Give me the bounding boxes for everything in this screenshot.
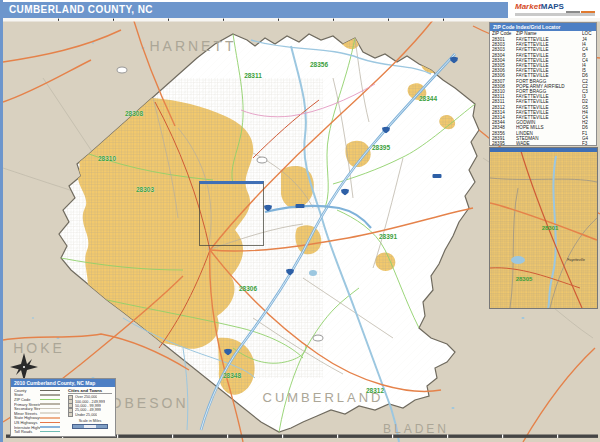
- page-title: CUMBERLAND COUNTY, NC: [9, 4, 153, 15]
- city-class-label: Under 25,000: [75, 413, 97, 417]
- cities-towns-header: Cities and Towns: [68, 388, 112, 394]
- scale-label: Scale in Miles: [68, 419, 112, 423]
- city-class-label: 25,000 - 49,999: [75, 408, 101, 412]
- inset-map-panel: 2830128305Fayetteville: [489, 147, 598, 309]
- scale-segment: [73, 425, 84, 428]
- inset-city-label: Fayetteville: [567, 258, 585, 262]
- table-row: 28395WADEF3: [490, 141, 596, 146]
- city-class-label: Over 250,000: [75, 395, 97, 399]
- legend-line-sample: [40, 426, 60, 428]
- legend-item: Toll Roads: [14, 429, 66, 434]
- legend-line-sample: [40, 408, 60, 410]
- scale-segment: [96, 425, 107, 428]
- marketmaps-logo: MarketMAPS: [509, 0, 599, 18]
- zip-name-cell: WADE: [516, 141, 582, 146]
- scale-bar: [72, 424, 108, 429]
- logo-blocks: [565, 2, 595, 20]
- legend-header: 2010 Cumberland County, NC Map: [11, 379, 115, 387]
- zip-index-panel: ZIP Code Index/Grid Locator ZIP Code ZIP…: [489, 22, 597, 146]
- legend-cities-column: Cities and Towns Over 250,000100,000 - 2…: [66, 388, 112, 434]
- city-classes: Over 250,000100,000 - 249,99950,000 - 99…: [68, 395, 112, 417]
- logo-text: MarketMAPS: [515, 2, 564, 11]
- zip-code-cell: 28395: [492, 141, 516, 146]
- legend-panel: 2010 Cumberland County, NC Map CountySta…: [10, 378, 116, 437]
- title-bar: CUMBERLAND COUNTY, NC: [3, 2, 508, 18]
- legend-line-sample: [40, 399, 60, 401]
- city-class-label: 100,000 - 249,999: [75, 400, 105, 404]
- logo-tagline-bar: [515, 13, 595, 16]
- inset-zip-label: 28305: [516, 276, 533, 282]
- logo-suffix: MAPS: [541, 2, 564, 11]
- zip-index-header: ZIP Code Index/Grid Locator: [490, 23, 596, 31]
- legend-line-sample: [40, 403, 60, 405]
- inset-extent-rectangle: [199, 181, 264, 246]
- city-class-label: 50,000 - 99,999: [75, 404, 101, 408]
- legend-line-sample: [40, 431, 60, 433]
- legend-line-sample: [40, 417, 60, 419]
- city-class-swatch: [68, 412, 73, 417]
- logo-brand: Market: [515, 2, 541, 11]
- city-class-row: Under 25,000: [68, 413, 112, 417]
- inset-labels: 2830128305Fayetteville: [490, 148, 597, 308]
- legend-line-sample: [40, 394, 60, 396]
- scale-segment: [84, 425, 95, 428]
- legend-item-label: Toll Roads: [14, 429, 40, 434]
- legend-columns: CountyStateZIP CodePrimary StreetsSecond…: [11, 387, 115, 435]
- legend-items: CountyStateZIP CodePrimary StreetsSecond…: [14, 388, 66, 434]
- inset-zip-label: 28301: [542, 225, 559, 231]
- zip-table-body: 28301FAYETTEVILLEJ428303FAYETTEVILLEI428…: [490, 37, 596, 146]
- page: CUMBERLAND COUNTY, NC MarketMAPS HARNETT…: [0, 0, 600, 442]
- loc-cell: F3: [582, 141, 594, 146]
- legend-line-sample: [40, 412, 60, 414]
- legend-line-sample: [40, 390, 60, 392]
- legend-line-sample: [40, 422, 60, 424]
